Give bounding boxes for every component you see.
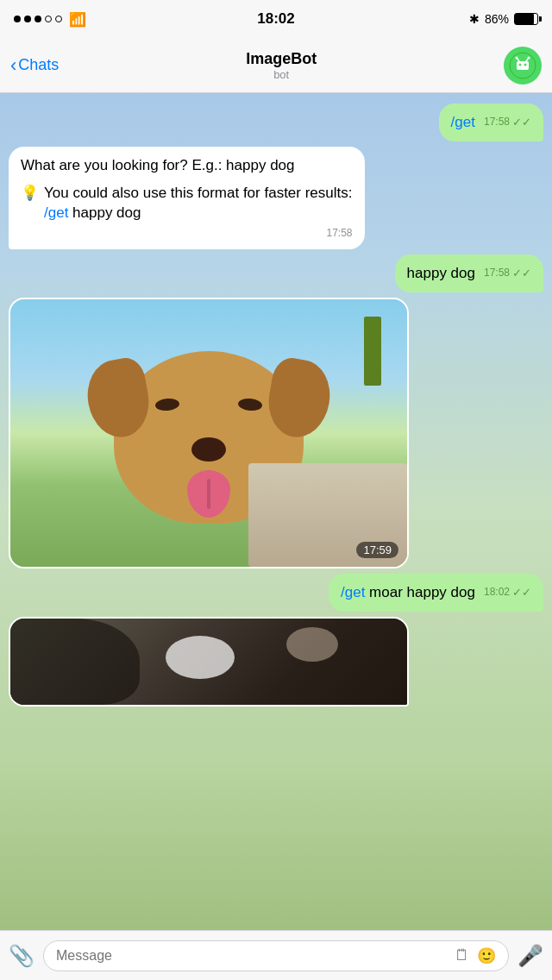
read-checkmarks: ✓✓: [512, 585, 531, 600]
message-bubble: /get moar happy dog 18:02 ✓✓: [329, 574, 543, 612]
read-checkmarks: ✓✓: [512, 266, 531, 281]
message-row: /get 17:58 ✓✓: [9, 104, 543, 141]
bot-icon: [509, 52, 536, 79]
message-input-wrap: 🗒 🙂: [43, 940, 509, 971]
bot-avatar[interactable]: [504, 47, 542, 85]
signal-dot-4: [45, 16, 52, 22]
back-label: Chats: [18, 56, 59, 74]
emoji-icon[interactable]: 🙂: [477, 946, 496, 965]
input-bar: 📎 🗒 🙂 🎤: [0, 930, 552, 980]
partial-image-bubble[interactable]: [9, 617, 409, 707]
message-text: moar happy dog: [369, 584, 475, 600]
message-text: What are you looking for? E.g.: happy do…: [21, 155, 353, 176]
message-row: /get moar happy dog 18:02 ✓✓: [9, 574, 543, 612]
chat-title: ImageBot: [246, 50, 317, 68]
message-row: [9, 617, 543, 707]
image-timestamp: 17:59: [356, 542, 398, 558]
message-time: 17:58: [484, 115, 510, 129]
message-meta: 17:58: [21, 226, 353, 241]
message-time: 17:58: [484, 266, 510, 280]
hint-row: 💡 You could also use this format for fas…: [21, 183, 353, 224]
chat-scroll: /get 17:58 ✓✓ What are you looking for? …: [0, 93, 552, 717]
back-button[interactable]: ‹ Chats: [10, 56, 59, 75]
message-row: 17:59: [9, 298, 543, 569]
message-row: What are you looking for? E.g.: happy do…: [9, 147, 543, 249]
sticker-icon[interactable]: 🗒: [455, 946, 470, 964]
wifi-icon: 📶: [69, 11, 86, 28]
battery-percent: 86%: [485, 12, 509, 26]
status-bar: 📶 18:02 ✱ 86%: [0, 0, 552, 38]
nav-title-area: ImageBot bot: [246, 50, 317, 81]
bluetooth-icon: ✱: [469, 12, 480, 26]
dog-image-container: [10, 299, 407, 567]
chat-subtitle: bot: [246, 68, 317, 81]
chevron-left-icon: ‹: [10, 56, 16, 75]
message-bubble: happy dog 17:58 ✓✓: [395, 254, 543, 292]
message-cmd-text: /get: [341, 584, 365, 600]
signal-dot-1: [14, 16, 21, 22]
signal-area: 📶: [14, 11, 86, 28]
svg-point-2: [519, 63, 522, 66]
message-cmd-text: /get: [451, 112, 475, 133]
message-time: 18:02: [484, 585, 510, 600]
svg-point-7: [528, 56, 530, 59]
hint-text: You could also use this format for faste…: [44, 183, 353, 224]
chat-area: /get 17:58 ✓✓ What are you looking for? …: [0, 93, 552, 930]
status-right: ✱ 86%: [469, 12, 538, 26]
message-bubble: What are you looking for? E.g.: happy do…: [9, 147, 365, 249]
message-row: happy dog 17:58 ✓✓: [9, 254, 543, 292]
status-time: 18:02: [257, 10, 294, 28]
message-bubble: /get 17:58 ✓✓: [439, 104, 543, 141]
attach-button[interactable]: 📎: [9, 944, 34, 968]
lightbulb-icon: 💡: [21, 183, 39, 204]
battery-icon: [514, 13, 538, 25]
signal-dot-5: [55, 16, 62, 22]
mic-button[interactable]: 🎤: [518, 944, 543, 968]
partial-dog-image: [10, 619, 407, 705]
hint-cmd: /get: [44, 204, 68, 221]
signal-dot-3: [34, 16, 41, 22]
read-checkmarks: ✓✓: [512, 115, 531, 130]
svg-point-3: [524, 63, 527, 66]
message-text: happy dog: [407, 263, 475, 284]
nav-bar: ‹ Chats ImageBot bot: [0, 38, 552, 93]
signal-dot-2: [24, 16, 31, 22]
message-time: 17:58: [326, 226, 352, 241]
image-bubble[interactable]: 17:59: [9, 298, 409, 569]
svg-point-6: [516, 56, 518, 59]
message-input[interactable]: [56, 948, 448, 964]
input-extra-icons: 🗒 🙂: [455, 946, 496, 965]
